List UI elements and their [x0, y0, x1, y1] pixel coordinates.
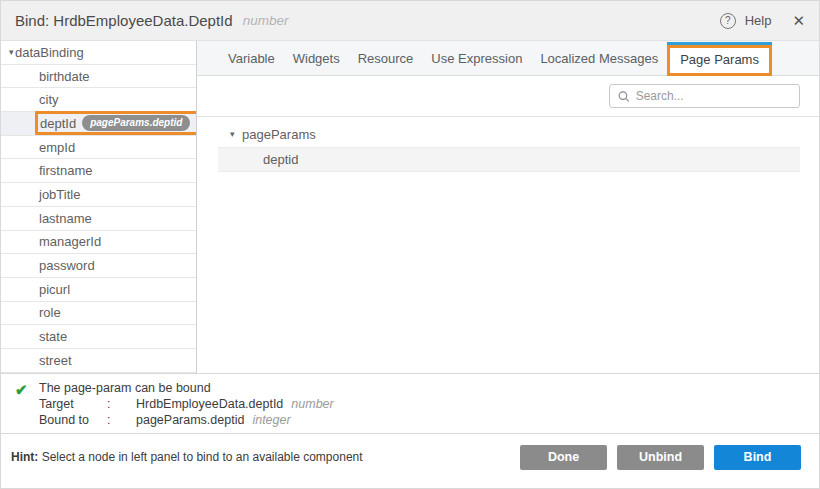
status-label: Target — [39, 396, 107, 412]
sidebar-item-label: deptId — [40, 116, 76, 131]
sidebar-item-databinding[interactable]: ▾ dataBinding — [1, 41, 196, 65]
page-params-tree: ▾ pageParams deptid — [197, 117, 819, 373]
status-boundto-row: Bound to : pageParams.deptid integer — [39, 412, 334, 428]
tree-node-pageparams[interactable]: ▾ pageParams — [218, 123, 800, 145]
done-button[interactable]: Done — [520, 445, 607, 470]
hint-text: Hint: Select a node in left panel to bin… — [11, 450, 363, 464]
sidebar-item-label: state — [39, 329, 67, 344]
tab-page-params[interactable]: Page Params — [667, 42, 772, 76]
tab-resource[interactable]: Resource — [349, 41, 423, 75]
sidebar-item-label: firstname — [39, 163, 92, 178]
search-input[interactable] — [636, 89, 791, 103]
tab-widgets[interactable]: Widgets — [284, 41, 349, 75]
status-label: Bound to — [39, 412, 107, 428]
success-check-icon: ✔ — [15, 380, 39, 433]
bind-tabs: Variable Widgets Resource Use Expression… — [197, 41, 819, 76]
dialog-header: Bind: HrdbEmployeeData.DeptId number ? H… — [1, 1, 819, 41]
sidebar-item-label: password — [39, 258, 95, 273]
sidebar-item-state[interactable]: state — [1, 325, 196, 349]
sidebar-item-password[interactable]: password — [1, 254, 196, 278]
sidebar-item-firstname[interactable]: firstname — [1, 159, 196, 183]
sidebar-item-label: jobTitle — [39, 187, 80, 202]
bind-dialog: Bind: HrdbEmployeeData.DeptId number ? H… — [0, 0, 820, 489]
status-target-row: Target : HrdbEmployeeData.deptId number — [39, 396, 334, 412]
caret-down-icon[interactable]: ▾ — [1, 47, 15, 57]
sidebar-item-street[interactable]: street — [1, 349, 196, 373]
sidebar-item-label: empId — [39, 140, 75, 155]
data-binding-tree: ▾ dataBinding birthdate city deptId page… — [1, 41, 197, 373]
hint-body: Select a node in left panel to bind to a… — [38, 450, 362, 464]
tree-node-label: deptid — [263, 152, 298, 167]
tree-node-deptid[interactable]: deptid — [218, 147, 800, 172]
status-type: number — [291, 396, 333, 412]
tab-use-expression[interactable]: Use Expression — [422, 41, 531, 75]
sidebar-item-jobtitle[interactable]: jobTitle — [1, 183, 196, 207]
sidebar-item-label: birthdate — [39, 69, 90, 84]
sidebar-item-city[interactable]: city — [1, 88, 196, 112]
sidebar-item-label: picurl — [39, 282, 70, 297]
sidebar-item-label: street — [39, 353, 72, 368]
bound-value-badge: pageParams.deptid — [82, 115, 190, 131]
unbind-button[interactable]: Unbind — [617, 445, 704, 470]
sidebar-item-lastname[interactable]: lastname — [1, 207, 196, 231]
bind-status-panel: ✔ The page-param can be bound Target : H… — [1, 373, 819, 433]
search-box[interactable] — [609, 84, 800, 108]
dialog-title: Bind: HrdbEmployeeData.DeptId — [15, 12, 233, 29]
status-message: The page-param can be bound — [39, 380, 334, 396]
status-colon: : — [107, 412, 136, 428]
annotation-highlight: deptId pageParams.deptid — [35, 111, 197, 135]
dialog-footer: Hint: Select a node in left panel to bin… — [1, 433, 819, 488]
help-button[interactable]: Help — [745, 13, 772, 28]
status-colon: : — [107, 396, 136, 412]
hint-label: Hint: — [11, 450, 38, 464]
caret-down-icon[interactable]: ▾ — [230, 129, 242, 139]
status-value: pageParams.deptid — [136, 412, 244, 428]
annotation-highlight: Page Params — [667, 45, 772, 76]
sidebar-item-label: role — [39, 305, 61, 320]
bind-button[interactable]: Bind — [714, 445, 801, 470]
sidebar-item-deptid[interactable]: deptId pageParams.deptid — [1, 112, 196, 136]
sidebar-item-label: dataBinding — [15, 45, 84, 60]
sidebar-item-birthdate[interactable]: birthdate — [1, 65, 196, 89]
sidebar-item-managerid[interactable]: managerId — [1, 231, 196, 255]
tab-localized-messages[interactable]: Localized Messages — [531, 41, 667, 75]
tree-node-label: pageParams — [242, 127, 316, 142]
sidebar-item-label: city — [39, 92, 59, 107]
search-icon — [618, 90, 630, 103]
dialog-title-type: number — [243, 13, 289, 28]
sidebar-item-label: lastname — [39, 211, 92, 226]
help-icon[interactable]: ? — [720, 13, 736, 29]
sidebar-item-empid[interactable]: empId — [1, 136, 196, 160]
sidebar-item-label: managerId — [39, 234, 101, 249]
close-icon[interactable]: ✕ — [792, 12, 805, 30]
status-value: HrdbEmployeeData.deptId — [136, 396, 283, 412]
sidebar-item-role[interactable]: role — [1, 302, 196, 326]
tab-variable[interactable]: Variable — [219, 41, 284, 75]
status-type: integer — [252, 412, 290, 428]
sidebar-item-picurl[interactable]: picurl — [1, 278, 196, 302]
search-row — [197, 76, 819, 117]
